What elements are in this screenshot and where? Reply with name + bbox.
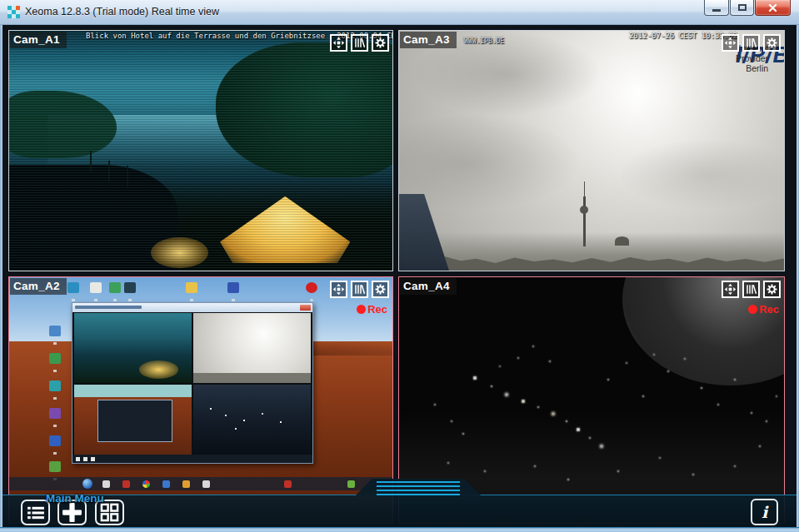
camera-panel-a1[interactable]: Blick von Hotel auf die Terrasse und den… [8,30,393,271]
recording-indicator: Rec [748,303,779,316]
camera-a1-video [9,31,392,271]
minimize-icon [712,9,721,12]
nested-start-orb [82,479,92,489]
camera-a2-video [9,277,392,523]
pan-icon[interactable] [722,34,739,52]
camera-a1-osd-title: Blick von Hotel auf die Terrasse und den… [86,32,325,40]
desktop-icon [49,435,61,446]
settings-gear-icon[interactable] [372,281,389,298]
desktop-icon [90,282,102,293]
window-controls [703,0,791,16]
rec-dot-icon [748,305,757,314]
archive-icon[interactable] [742,34,760,52]
desktop-icon [49,326,61,336]
settings-gear-icon[interactable] [763,281,781,298]
camera-panel-a2[interactable]: Cam_A2 Rec [8,276,393,524]
camera-a2-controls [330,281,389,298]
pan-icon[interactable] [330,281,347,298]
desktop-icon [109,282,121,293]
main-menu-tooltip: Main Menu [46,492,104,505]
desktop-icon [49,408,61,419]
desktop-icon [67,282,79,293]
desktop-icon [49,353,61,364]
settings-gear-icon[interactable] [763,34,781,52]
plus-icon [62,502,82,523]
camera-panel-a3[interactable]: I/P/B/ Internet Provider Berlin 2012-07-… [398,30,785,271]
rec-label: Rec [367,303,387,316]
desktop-icon [49,461,61,472]
desktop-icon [227,282,239,293]
desktop-icon [186,282,197,293]
close-icon [768,4,777,12]
window-bottom-border [0,527,799,532]
camera-a2-label: Cam_A2 [10,278,67,295]
grip-lines-icon [377,481,460,483]
rec-dot-icon [357,305,366,314]
window-title: Xeoma 12.8.3 (Trial mode) Real time view [25,6,219,17]
nested-taskbar [9,477,392,490]
window-left-border [0,25,2,532]
pan-icon[interactable] [722,281,739,298]
camera-a3-label: Cam_A3 [400,32,457,48]
info-button[interactable]: i [751,499,778,525]
camera-a1-label: Cam_A1 [10,32,67,48]
recording-indicator: Rec [357,303,387,316]
list-icon [27,505,45,520]
nested-app-window [72,302,313,464]
desktop-icon [124,282,136,293]
window-titlebar[interactable]: Xeoma 12.8.3 (Trial mode) Real time view [0,0,799,25]
maximize-icon [738,4,747,11]
archive-icon[interactable] [742,281,760,298]
close-button[interactable] [755,0,791,16]
pan-icon[interactable] [330,34,347,52]
grid-icon [100,503,119,522]
settings-gear-icon[interactable] [372,34,389,52]
desktop-icon [49,380,61,391]
xeoma-logo-icon [7,6,12,10]
nested-close-icon [300,305,311,311]
camera-a1-controls [330,34,389,52]
minimize-button[interactable] [704,0,729,16]
app-window: Xeoma 12.8.3 (Trial mode) Real time view… [0,0,799,532]
camera-a3-site-text: WWW.IPB.DE [464,37,504,45]
toolbar-handle[interactable] [356,479,481,495]
desktop-icon [306,282,317,293]
camera-a4-label: Cam_A4 [400,278,457,295]
camera-a4-controls [722,281,781,298]
bottom-toolbar: Main Menu i [2,495,797,527]
archive-icon[interactable] [351,281,368,298]
maximize-button[interactable] [730,0,754,16]
camera-a3-video: I/P/B/ Internet Provider Berlin [399,31,784,271]
camera-a3-controls [722,34,781,52]
rec-label: Rec [759,303,779,316]
archive-icon[interactable] [351,34,368,52]
